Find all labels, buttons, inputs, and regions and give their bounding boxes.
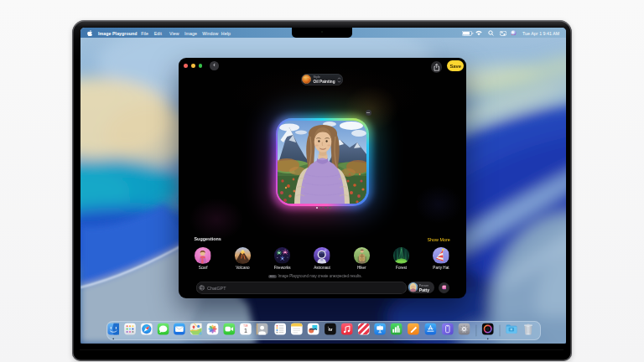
svg-text:1: 1	[244, 328, 247, 335]
svg-text:tv: tv	[328, 328, 333, 333]
